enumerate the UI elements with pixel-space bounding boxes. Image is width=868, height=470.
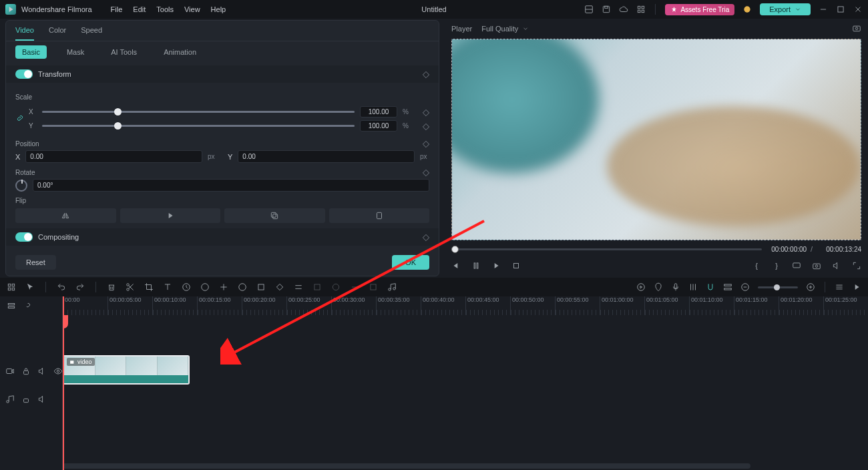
zoom-slider[interactable] (758, 286, 798, 288)
text-icon[interactable] (163, 282, 172, 292)
transform-keyframe-icon[interactable] (421, 70, 429, 78)
track-size-icon[interactable] (835, 282, 844, 292)
track-lock-icon[interactable] (21, 367, 31, 376)
subtab-mask[interactable]: Mask (60, 45, 91, 59)
delete-icon[interactable] (107, 282, 116, 292)
snapshot2-icon[interactable] (812, 261, 821, 270)
preview-viewport[interactable] (451, 39, 861, 240)
crop2-icon[interactable] (256, 282, 266, 292)
video-clip[interactable]: video (63, 355, 190, 385)
menu-view[interactable]: View (184, 5, 200, 13)
fullscreen-icon[interactable] (852, 261, 861, 270)
time-ruler[interactable]: 00:0000:00:05:0000:00:10:0000:00:15:0000… (63, 296, 868, 315)
assets-free-trial-button[interactable]: Assets Free Tria (665, 4, 734, 15)
zoom-in-icon[interactable] (806, 282, 815, 292)
maximize-button[interactable] (836, 5, 845, 14)
flip-paste-button[interactable] (329, 208, 430, 223)
mark-out-icon[interactable]: } (772, 261, 781, 270)
playhead[interactable] (63, 296, 64, 470)
pointer-tool-icon[interactable] (25, 282, 35, 292)
speed-icon[interactable] (182, 282, 191, 292)
rotate-dial[interactable] (15, 180, 27, 192)
render-icon[interactable] (636, 282, 646, 292)
scale-y-axis: Y (29, 122, 37, 130)
timeline-scrollbar[interactable] (63, 463, 750, 469)
tab-video[interactable]: Video (15, 26, 34, 41)
color-icon[interactable] (200, 282, 210, 292)
track-view-icon[interactable] (723, 282, 732, 292)
track-link-icon[interactable] (23, 301, 32, 310)
close-button[interactable] (853, 5, 863, 14)
menu-tools[interactable]: Tools (156, 5, 174, 13)
position-y-input[interactable] (238, 150, 415, 163)
effects-icon[interactable] (219, 282, 228, 292)
prev-frame-button[interactable] (451, 261, 461, 270)
track-mute-icon[interactable] (37, 367, 47, 376)
flip-horizontal-button[interactable] (15, 208, 116, 223)
flip-vertical-button[interactable] (120, 208, 221, 223)
snap-icon[interactable] (706, 282, 715, 292)
compositing-toggle[interactable] (15, 232, 33, 242)
scale-y-keyframe-icon[interactable] (421, 122, 429, 130)
subtab-ai-tools[interactable]: AI Tools (104, 45, 144, 59)
track-hide-icon[interactable] (53, 367, 63, 376)
rotate-input[interactable] (33, 179, 429, 192)
transform-toggle[interactable] (15, 69, 33, 79)
apps-icon[interactable] (636, 5, 646, 14)
scale-y-input[interactable] (360, 120, 397, 132)
badge-icon[interactable] (742, 5, 752, 14)
rotate-keyframe-icon[interactable] (421, 168, 429, 176)
link-axes-icon[interactable] (15, 113, 25, 124)
subtab-basic[interactable]: Basic (15, 45, 47, 59)
next-frame-button[interactable] (491, 261, 501, 270)
select-tool-icon[interactable] (7, 282, 16, 292)
quality-selector[interactable]: Full Quality (481, 25, 529, 33)
volume-icon[interactable] (832, 261, 841, 270)
display-icon[interactable] (792, 261, 801, 270)
zoom-out-icon[interactable] (740, 282, 750, 292)
layout-icon[interactable] (584, 5, 594, 14)
ok-button[interactable]: OK (392, 255, 429, 270)
redo-icon[interactable] (75, 282, 85, 292)
split-icon[interactable] (126, 282, 135, 292)
track-manage-icon[interactable] (7, 301, 16, 310)
crop-icon[interactable] (144, 282, 154, 292)
voiceover-icon[interactable] (671, 282, 680, 292)
audio-lock-icon[interactable] (21, 395, 31, 404)
scale-x-input[interactable] (360, 106, 397, 118)
cloud-icon[interactable] (619, 5, 628, 14)
tab-speed[interactable]: Speed (81, 26, 102, 41)
timeline-body[interactable]: 00:0000:00:05:0000:00:10:0000:00:15:0000… (63, 296, 868, 470)
save-icon[interactable] (602, 5, 611, 14)
playback-scrubber[interactable] (451, 248, 762, 250)
scale-x-slider[interactable] (42, 111, 355, 113)
svg-rect-47 (724, 288, 732, 290)
menu-edit[interactable]: Edit (133, 5, 146, 13)
position-x-input[interactable] (25, 150, 202, 163)
tab-color[interactable]: Color (49, 26, 66, 41)
keyframe-icon[interactable] (275, 282, 284, 292)
play-pause-button[interactable] (471, 261, 481, 270)
duration-icon[interactable] (238, 282, 247, 292)
minimize-button[interactable] (819, 5, 828, 14)
more-icon[interactable] (852, 282, 861, 292)
stop-button[interactable] (511, 261, 521, 270)
mixer-icon[interactable] (688, 282, 698, 292)
audio-tool-icon[interactable] (387, 282, 397, 292)
undo-icon[interactable] (57, 282, 66, 292)
compositing-keyframe-icon[interactable] (421, 233, 429, 241)
menu-file[interactable]: File (111, 5, 123, 13)
scale-x-keyframe-icon[interactable] (421, 108, 429, 116)
flip-copy-button[interactable] (224, 208, 325, 223)
audio-mute-icon[interactable] (37, 395, 47, 404)
marker-icon[interactable] (654, 282, 663, 292)
snapshot-icon[interactable] (852, 23, 861, 34)
subtab-animation[interactable]: Animation (157, 45, 203, 59)
menu-help[interactable]: Help (211, 5, 226, 13)
export-button[interactable]: Export (760, 3, 811, 15)
adjust-icon[interactable] (294, 282, 303, 292)
position-keyframe-icon[interactable] (421, 140, 429, 148)
scale-y-slider[interactable] (42, 125, 355, 127)
reset-button[interactable]: Reset (15, 255, 56, 270)
mark-in-icon[interactable]: { (752, 261, 761, 270)
